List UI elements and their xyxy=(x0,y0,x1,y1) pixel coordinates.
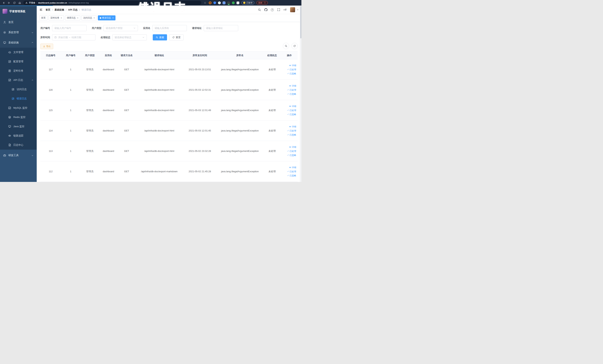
sidebar-item-java-监控[interactable]: Java 监控 xyxy=(0,122,37,131)
tab-定时任务[interactable]: 定时任务× xyxy=(48,15,64,20)
sidebar-item-定时任务[interactable]: 定时任务 xyxy=(0,66,37,75)
app-logo-row[interactable]: 芋道管理系统 xyxy=(0,6,37,17)
sidebar-item-配置管理[interactable]: 配置管理 xyxy=(0,57,37,66)
action-详细[interactable]: 详细 xyxy=(282,63,296,68)
sidebar-item-mysql-监控[interactable]: MySQL 监控 xyxy=(0,103,37,113)
sidebar-item-redis-监控[interactable]: Redis 监控 xyxy=(0,113,37,122)
breadcrumb: 首页/基础设施/API 日志/错误日志 xyxy=(46,8,91,12)
chevron-down-icon xyxy=(31,154,34,156)
action-label: 详细 xyxy=(292,84,296,88)
close-icon[interactable]: × xyxy=(112,16,114,19)
search-icon[interactable] xyxy=(258,8,261,11)
ext-blue-shield-icon[interactable] xyxy=(213,1,216,4)
select-dropdown[interactable]: 请选择处理状态 xyxy=(112,34,147,40)
action-详细[interactable]: 详细 xyxy=(282,145,296,149)
hamburger-icon[interactable] xyxy=(39,8,43,11)
ext-green-sprout-icon[interactable] xyxy=(232,1,235,4)
tab-访问日志[interactable]: 访问日志× xyxy=(81,15,97,20)
chevron-down-icon xyxy=(133,27,136,29)
help-icon[interactable]: ? xyxy=(271,8,274,11)
sidebar-item-文件管理[interactable]: 文件管理 xyxy=(0,48,37,57)
search-button[interactable]: 搜索 xyxy=(153,34,167,40)
action-详细[interactable]: 详细 xyxy=(282,104,296,108)
column-header-用户类型: 用户类型 xyxy=(81,52,99,59)
action-已忽略[interactable]: ✓已忽略 xyxy=(282,71,296,76)
ext-dark-on-icon[interactable]: on xyxy=(227,1,230,4)
sidebar-item-系统管理[interactable]: 系统管理 xyxy=(0,27,37,37)
action-已处理[interactable]: ✓已处理 xyxy=(282,169,296,174)
table-row: 1151管理员dashboardGET/api/infra/db-doc/exp… xyxy=(40,100,298,120)
date-range-picker[interactable]: 开始日期-结束日期 xyxy=(52,34,95,40)
font-size-icon[interactable]: TT xyxy=(284,8,287,11)
text-input[interactable] xyxy=(204,25,238,31)
close-icon[interactable]: × xyxy=(61,16,62,19)
paused-extension-pill[interactable]: 已暂停 xyxy=(241,1,254,5)
column-header-日志编号: 日志编号 xyxy=(40,52,61,59)
cell-id: 112 xyxy=(40,161,61,182)
sidebar-item-访问日志[interactable]: 访问日志 xyxy=(0,85,37,94)
cell-exception: java.lang.IllegalArgumentException xyxy=(217,100,263,120)
action-已处理[interactable]: ✓已处理 xyxy=(282,149,296,153)
github-icon[interactable] xyxy=(264,8,267,11)
sidebar-item-研发工具[interactable]: 研发工具 xyxy=(0,150,37,160)
browser-update-button[interactable]: 更新 ⋮ xyxy=(256,1,268,5)
reload-icon[interactable] xyxy=(13,1,16,4)
text-input[interactable] xyxy=(52,25,87,31)
close-icon[interactable]: × xyxy=(93,16,95,19)
tab-label: 定时任务 xyxy=(50,16,59,20)
ext-orange-donut-icon[interactable] xyxy=(209,1,211,4)
close-icon[interactable]: × xyxy=(77,16,79,19)
select-dropdown[interactable]: 请选择用户类型 xyxy=(104,25,138,31)
sidebar-item-首页[interactable]: 首页 xyxy=(0,17,37,27)
sidebar-item-错误日志[interactable]: 错误日志 xyxy=(0,94,37,103)
browser-menu-icon[interactable]: ⋮ xyxy=(264,1,266,4)
back-icon[interactable] xyxy=(2,1,5,4)
ext-green-v-icon[interactable]: V xyxy=(218,1,221,4)
action-已忽略[interactable]: ✓已忽略 xyxy=(282,153,296,157)
ext-grid-icon[interactable]: ▦ xyxy=(223,1,225,4)
reset-button[interactable]: 重置 xyxy=(169,34,184,40)
text-input[interactable] xyxy=(152,25,187,31)
vertical-scrollbar[interactable] xyxy=(300,6,302,182)
action-已忽略[interactable]: ✓已忽略 xyxy=(282,112,296,117)
breadcrumb-item[interactable]: 基础设施 xyxy=(55,8,64,12)
ext-puzzle-icon[interactable] xyxy=(237,1,239,4)
user-avatar[interactable] xyxy=(290,7,295,12)
action-已处理[interactable]: ✓已处理 xyxy=(282,129,296,133)
sidebar-item-链路追踪[interactable]: 链路追踪 xyxy=(0,131,37,140)
tab-调度日志[interactable]: 调度日志× xyxy=(65,15,81,20)
sidebar-item-日志中心[interactable]: 日志中心 xyxy=(0,140,37,150)
tab-错误日志[interactable]: 错误日志× xyxy=(98,15,116,20)
refresh-button[interactable] xyxy=(291,43,298,49)
action-已处理[interactable]: ✓已处理 xyxy=(282,68,296,71)
tab-首页[interactable]: 首页 xyxy=(39,15,47,20)
export-button[interactable]: 导出 xyxy=(40,44,53,49)
text-input-field[interactable] xyxy=(206,27,236,29)
action-详细[interactable]: 详细 xyxy=(282,84,296,88)
avatar-caret-icon[interactable]: ▼ xyxy=(297,9,299,11)
sidebar-item-基础设施[interactable]: 基础设施 xyxy=(0,37,37,48)
action-已处理[interactable]: ✓已处理 xyxy=(282,108,296,112)
cell-status: 未处理 xyxy=(263,161,281,182)
search-toggle-button[interactable] xyxy=(283,43,289,49)
bookmark-star-icon[interactable]: ☆ xyxy=(203,1,207,4)
sidebar-item-api-日志[interactable]: API 日志 xyxy=(0,75,37,85)
breadcrumb-item[interactable]: 首页 xyxy=(46,8,50,12)
cell-user_id: 1 xyxy=(61,100,81,120)
action-已处理[interactable]: ✓已处理 xyxy=(282,88,296,92)
action-已忽略[interactable]: ✓已忽略 xyxy=(282,92,296,96)
scrollbar-thumb[interactable] xyxy=(300,6,302,38)
action-已忽略[interactable]: ✓已忽略 xyxy=(282,174,296,178)
text-input-field[interactable] xyxy=(54,27,84,29)
text-input-field[interactable] xyxy=(155,27,185,29)
forward-icon[interactable] xyxy=(7,1,11,4)
filter-label: 异常时间 xyxy=(40,36,50,39)
action-详细[interactable]: 详细 xyxy=(282,165,296,169)
home-icon[interactable] xyxy=(18,1,21,4)
action-已忽略[interactable]: ✓已忽略 xyxy=(282,133,296,137)
fullscreen-icon[interactable] xyxy=(277,8,280,11)
breadcrumb-item[interactable]: API 日志 xyxy=(68,8,78,12)
app-logo xyxy=(3,9,7,14)
action-详细[interactable]: 详细 xyxy=(282,125,296,129)
chevron-down-icon xyxy=(31,31,34,34)
